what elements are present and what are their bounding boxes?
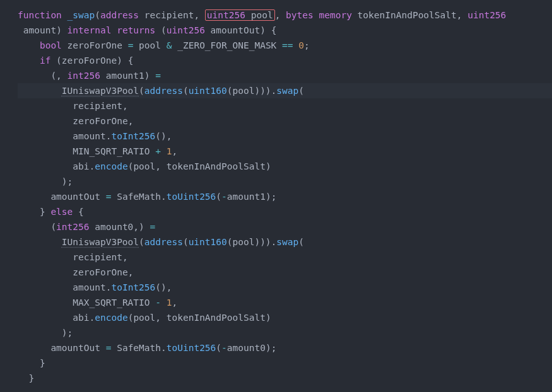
code-line: abi.encode(pool, tokenInAndPoolSalt) <box>18 161 271 171</box>
type-uint256: uint256 <box>467 10 506 20</box>
keyword-memory: memory <box>319 10 351 20</box>
return-amountOut: amountOut <box>211 25 261 35</box>
code-line: if (zeroForOne) { <box>18 55 133 66</box>
arg-pool: pool <box>133 313 155 323</box>
code-line: } <box>18 358 45 368</box>
method-encode: encode <box>95 161 127 171</box>
code-line: amount.toInt256(), <box>18 131 172 141</box>
type-bool: bool <box>40 40 62 50</box>
var-amount1: amount1 <box>106 71 144 81</box>
arg-zeroForOne: zeroForOne <box>73 267 127 277</box>
var-zeroForOne: zeroForOne <box>68 40 122 50</box>
const-zero-for-one-mask: _ZERO_FOR_ONE_MASK <box>177 40 276 50</box>
code-line: } else { <box>18 207 84 217</box>
arg-amount: amount <box>73 131 105 141</box>
keyword-if: if <box>40 55 50 66</box>
code-line-highlighted: IUniswapV3Pool(address(uint160(pool))).s… <box>18 83 552 98</box>
var-abi: abi <box>73 313 89 323</box>
param-pool: pool <box>251 10 273 20</box>
call-uint160: uint160 <box>189 86 227 96</box>
type-address: address <box>100 10 139 20</box>
param-recipient: recipient <box>144 10 194 20</box>
param-amount: amount <box>23 25 56 35</box>
code-line: amount) internal returns (uint256 amount… <box>18 25 276 35</box>
keyword-internal: internal <box>68 25 112 35</box>
var-pool: pool <box>232 86 254 96</box>
code-line: amountOut = SafeMath.toUint256(-amount1)… <box>18 192 276 202</box>
var-amount1: amount1 <box>227 192 266 202</box>
code-line: ); <box>18 176 73 187</box>
method-touint256: toUint256 <box>167 192 216 202</box>
keyword-returns: returns <box>117 25 155 35</box>
var-safemath: SafeMath <box>117 192 161 202</box>
var-amountOut: amountOut <box>50 343 100 353</box>
code-line: zeroForOne, <box>18 116 133 126</box>
code-line: } <box>18 373 34 383</box>
code-line: recipient, <box>18 101 128 111</box>
arg-recipient: recipient <box>73 101 122 111</box>
arg-pool: pool <box>133 161 155 171</box>
call-uint160: uint160 <box>189 237 227 247</box>
const-min-sqrt-ratio: MIN_SQRT_RATIO <box>73 146 150 156</box>
type-int256: int256 <box>56 222 89 232</box>
method-swap: swap <box>276 237 298 247</box>
var-amount0: amount0 <box>95 222 133 232</box>
code-line: (, int256 amount1) = <box>18 71 161 81</box>
var-amountOut: amountOut <box>50 192 100 202</box>
code-line: MAX_SQRT_RATIO - 1, <box>18 297 177 308</box>
call-address: address <box>144 237 183 247</box>
call-iuniswapv3pool: IUniswapV3Pool <box>62 86 139 96</box>
type-uint256: uint256 <box>167 25 205 35</box>
param-tokenInAndPoolSalt: tokenInAndPoolSalt <box>358 10 457 20</box>
code-line: recipient, <box>18 252 128 262</box>
var-abi: abi <box>73 161 89 171</box>
const-max-sqrt-ratio: MAX_SQRT_RATIO <box>73 297 150 308</box>
code-line: IUniswapV3Pool(address(uint160(pool))).s… <box>18 237 304 247</box>
code-line: zeroForOne, <box>18 267 133 277</box>
type-bytes: bytes <box>286 10 314 20</box>
var-safemath: SafeMath <box>117 343 161 353</box>
method-touint256: toUint256 <box>167 343 216 353</box>
method-toint256: toInt256 <box>111 282 155 292</box>
var-pool: pool <box>232 237 254 247</box>
arg-recipient: recipient <box>73 252 122 262</box>
function-name: _swap <box>68 10 95 20</box>
number-literal: 1 <box>167 146 172 156</box>
highlighted-box: uint256 pool <box>205 9 275 21</box>
var-amount0: amount0 <box>227 343 266 353</box>
code-line: amountOut = SafeMath.toUint256(-amount0)… <box>18 343 276 353</box>
method-toint256: toInt256 <box>111 131 155 141</box>
keyword-function: function <box>18 10 62 20</box>
code-line: function _swap(address recipient, uint25… <box>18 9 506 21</box>
type-int256: int256 <box>68 71 100 81</box>
method-encode: encode <box>95 313 127 323</box>
code-block: function _swap(address recipient, uint25… <box>0 0 552 392</box>
code-line: MIN_SQRT_RATIO + 1, <box>18 146 177 156</box>
arg-tokeninandpoolsalt: tokenInAndPoolSalt <box>167 161 266 171</box>
var-pool: pool <box>139 40 161 50</box>
call-iuniswapv3pool: IUniswapV3Pool <box>62 237 139 247</box>
number-literal: 0 <box>298 40 304 50</box>
arg-tokeninandpoolsalt: tokenInAndPoolSalt <box>167 313 266 323</box>
type-uint256: uint256 <box>207 10 245 20</box>
code-line: (int256 amount0,) = <box>18 222 155 232</box>
number-literal: 1 <box>167 297 172 308</box>
code-line: ); <box>18 328 73 338</box>
call-address: address <box>144 86 183 96</box>
code-line: amount.toInt256(), <box>18 282 172 292</box>
arg-zeroForOne: zeroForOne <box>73 116 127 126</box>
keyword-else: else <box>50 207 73 217</box>
method-swap: swap <box>276 86 298 96</box>
var-zeroForOne: zeroForOne <box>62 55 117 66</box>
code-line: bool zeroForOne = pool & _ZERO_FOR_ONE_M… <box>18 40 310 50</box>
arg-amount: amount <box>73 282 105 292</box>
code-line: abi.encode(pool, tokenInAndPoolSalt) <box>18 313 271 323</box>
